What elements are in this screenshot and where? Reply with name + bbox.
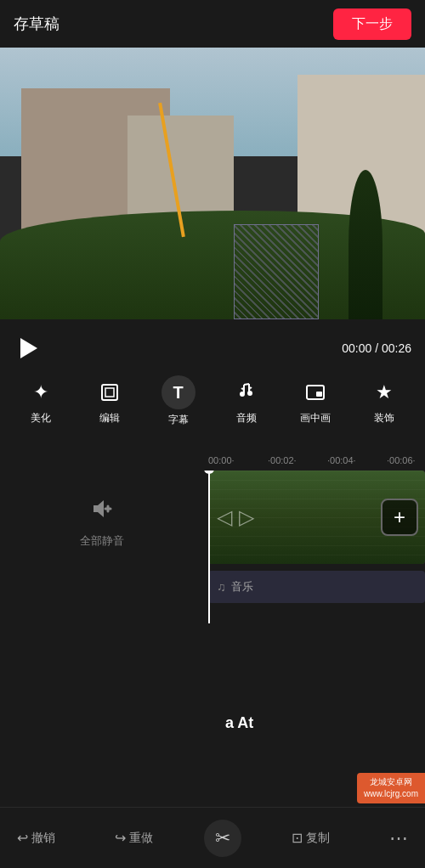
tool-edit-label: 编辑 (99, 411, 120, 426)
tool-subtitle[interactable]: T 字幕 (153, 375, 204, 427)
add-icon: + (394, 505, 405, 529)
mute-label: 全部静音 (80, 533, 124, 549)
redo-button[interactable]: ↪ 重做 (106, 823, 162, 853)
edit-icon (94, 377, 125, 408)
redo-label: 重做 (129, 831, 153, 846)
undo-icon: ↩ (17, 830, 28, 846)
music-track-label: 音乐 (231, 579, 253, 595)
svg-line-4 (244, 384, 249, 385)
next-button[interactable]: 下一步 (333, 8, 411, 40)
tool-pip[interactable]: 画中画 (290, 377, 341, 426)
ruler-mark-3: ·00:06· (387, 455, 425, 465)
controls-area: 00:00 / 00:26 ✦ 美化 编辑 T 字幕 (0, 319, 425, 427)
playhead[interactable] (208, 471, 210, 623)
header: 存草稿 下一步 (0, 0, 425, 48)
beauty-icon: ✦ (26, 377, 56, 408)
svg-rect-6 (316, 392, 322, 397)
play-icon (20, 338, 37, 358)
svg-point-3 (247, 391, 252, 396)
svg-rect-0 (102, 385, 117, 400)
timeline-ruler: 00:00· ·00:02· ·00:04· ·00:06· (0, 450, 425, 471)
add-clip-button[interactable]: + (381, 499, 418, 536)
tool-subtitle-label: 字幕 (168, 413, 189, 427)
timeline-area: 00:00· ·00:02· ·00:04· ·00:06· 全部静音 (0, 450, 425, 623)
watermark-line1: 龙城安卓网 (370, 777, 412, 786)
scissors-icon: ✂ (215, 827, 230, 849)
ruler-mark-2: ·00:04· (327, 455, 387, 465)
time-display: 00:00 / 00:26 (342, 341, 411, 355)
copy-button[interactable]: ⊡ 复制 (283, 823, 338, 853)
tools-row: ✦ 美化 编辑 T 字幕 (0, 372, 425, 427)
tool-beauty-label: 美化 (31, 411, 51, 426)
copy-label: 复制 (306, 831, 330, 846)
undo-button[interactable]: ↩ 撤销 (8, 823, 64, 853)
music-track[interactable]: ♫ 音乐 (208, 571, 425, 603)
mute-icon (88, 495, 116, 528)
watermark-line2: www.lcjrg.com (364, 789, 418, 798)
svg-rect-1 (105, 388, 114, 397)
text-overlay: a At (225, 714, 253, 732)
ruler-mark-1: ·00:02· (268, 455, 327, 465)
tool-edit[interactable]: 编辑 (84, 377, 135, 426)
track-arrows: ◁ ▷ (217, 505, 254, 529)
copy-icon: ⊡ (292, 830, 303, 846)
play-row: 00:00 / 00:26 (0, 328, 425, 372)
play-button[interactable] (14, 335, 41, 362)
scissors-button[interactable]: ✂ (204, 820, 241, 857)
video-preview (0, 48, 425, 319)
video-track[interactable]: ◁ ▷ + (208, 471, 425, 564)
tool-pip-label: 画中画 (300, 411, 331, 426)
tool-decor[interactable]: ★ 装饰 (359, 377, 410, 426)
watermark: 龙城安卓网 www.lcjrg.com (357, 773, 425, 803)
redo-icon: ↪ (115, 830, 126, 846)
subtitle-icon: T (162, 375, 196, 409)
ruler-mark-0: 00:00· (208, 455, 268, 465)
audio-icon (231, 377, 262, 408)
decor-icon: ★ (369, 377, 400, 408)
tool-audio[interactable]: 音频 (221, 377, 272, 426)
bottom-toolbar: ↩ 撤销 ↪ 重做 ✂ ⊡ 复制 ⋯ (0, 807, 425, 868)
tool-audio-label: 音频 (236, 411, 257, 426)
header-title: 存草稿 (14, 14, 60, 34)
svg-point-2 (240, 392, 245, 397)
timeline-tracks: 全部静音 ◁ ▷ + ♫ 音乐 (0, 471, 425, 623)
tool-decor-label: 装饰 (374, 411, 394, 426)
video-thumbnail (0, 48, 425, 319)
mute-panel[interactable]: 全部静音 (0, 471, 204, 572)
more-icon: ⋯ (389, 827, 408, 849)
pip-icon (300, 377, 331, 408)
music-note-icon: ♫ (217, 580, 226, 594)
undo-label: 撤销 (31, 831, 55, 846)
more-button[interactable]: ⋯ (381, 820, 416, 856)
tool-beauty[interactable]: ✦ 美化 (15, 377, 66, 426)
